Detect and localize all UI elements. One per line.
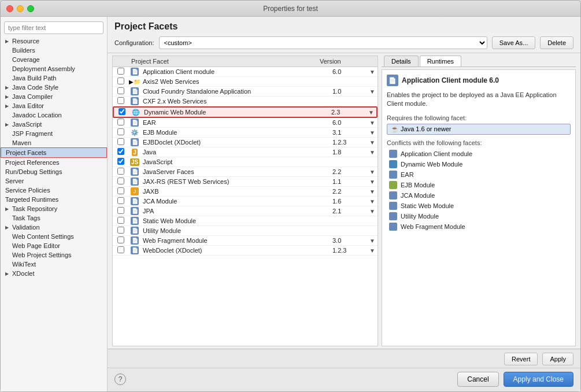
help-button[interactable]: ? (114, 373, 126, 385)
td-check[interactable] (113, 217, 129, 225)
row-checkbox[interactable] (117, 87, 124, 94)
sidebar-item-resource[interactable]: ▶ Resource (1, 36, 107, 46)
row-checkbox[interactable] (117, 207, 124, 214)
row-checkbox[interactable] (117, 227, 124, 234)
tab-runtimes[interactable]: Runtimes (420, 56, 461, 66)
sidebar-item-run-debug-settings[interactable]: Run/Debug Settings (1, 167, 107, 176)
table-row[interactable]: 📄 JavaServer Faces 2.2 ▼ (113, 167, 378, 177)
td-check[interactable] (113, 187, 129, 195)
td-check[interactable] (113, 168, 129, 176)
tab-details[interactable]: Details (384, 56, 419, 66)
filter-input[interactable] (4, 21, 103, 34)
row-checkbox[interactable] (117, 187, 124, 194)
config-select[interactable]: <custom> (159, 36, 487, 49)
td-check[interactable] (113, 138, 129, 146)
save-as-button[interactable]: Save As... (492, 36, 536, 49)
sidebar-item-web-page-editor[interactable]: Web Page Editor (1, 241, 107, 250)
table-row[interactable]: ▶📁 Axis2 Web Services (113, 77, 378, 87)
sidebar-item-java-build-path[interactable]: Java Build Path (1, 73, 107, 83)
sidebar-item-jsp-fragment[interactable]: JSP Fragment (1, 129, 107, 138)
sidebar-item-targeted-runtimes[interactable]: Targeted Runtimes (1, 195, 107, 204)
row-checkbox[interactable] (117, 177, 124, 184)
table-row-dynamic-web[interactable]: 🌐 Dynamic Web Module 2.3 ▼ (113, 106, 378, 118)
table-row[interactable]: 📄 EAR 6.0 ▼ (113, 118, 378, 128)
sidebar-item-web-content-settings[interactable]: Web Content Settings (1, 232, 107, 241)
dropdown-arrow-icon[interactable]: ▼ (367, 120, 378, 126)
td-check[interactable] (113, 177, 129, 186)
td-check[interactable] (114, 108, 130, 116)
td-check[interactable] (113, 236, 129, 245)
sidebar-item-coverage[interactable]: Coverage (1, 55, 107, 64)
row-checkbox[interactable] (117, 217, 124, 224)
table-row[interactable]: 📄 Web Fragment Module 3.0 ▼ (113, 236, 378, 246)
table-row[interactable]: 📄 JAX-RS (REST Web Services) 1.1 ▼ (113, 177, 378, 187)
table-row[interactable]: 📄 Cloud Foundry Standalone Application 1… (113, 87, 378, 97)
td-check[interactable] (113, 97, 129, 105)
table-row[interactable]: 📄 Static Web Module (113, 216, 378, 226)
row-checkbox[interactable] (117, 158, 124, 165)
sidebar-item-validation[interactable]: ▶ Validation (1, 223, 107, 232)
sidebar-item-project-facets[interactable]: Project Facets (1, 147, 107, 158)
sidebar-item-server[interactable]: Server (1, 176, 107, 186)
dropdown-arrow-icon[interactable]: ▼ (367, 169, 378, 175)
sidebar-item-javascript[interactable]: ▶ JavaScript (1, 120, 107, 129)
table-row[interactable]: 📄 WebDoclet (XDoclet) 1.2.3 ▼ (113, 246, 378, 256)
td-check[interactable] (113, 158, 129, 166)
sidebar-item-task-tags[interactable]: Task Tags (1, 213, 107, 223)
td-check[interactable] (113, 128, 129, 136)
table-row[interactable]: 📄 EJBDoclet (XDoclet) 1.2.3 ▼ (113, 138, 378, 147)
sidebar-item-builders[interactable]: Builders (1, 46, 107, 55)
td-check[interactable] (113, 77, 129, 86)
row-checkbox[interactable] (117, 77, 124, 84)
table-row[interactable]: 📄 Utility Module (113, 226, 378, 236)
table-row[interactable]: 📄 CXF 2.x Web Services (113, 97, 378, 106)
dropdown-arrow-icon[interactable]: ▼ (367, 198, 378, 205)
sidebar-item-wikitext[interactable]: WikiText (1, 260, 107, 269)
td-check[interactable] (113, 119, 129, 127)
table-row[interactable]: 📄 JCA Module 1.6 ▼ (113, 197, 378, 206)
revert-button[interactable]: Revert (504, 353, 538, 365)
sidebar-item-java-editor[interactable]: ▶ Java Editor (1, 101, 107, 110)
td-check[interactable] (113, 207, 129, 215)
table-row[interactable]: J JAXB 2.2 ▼ (113, 187, 378, 197)
row-checkbox[interactable] (117, 68, 124, 75)
row-checkbox[interactable] (117, 197, 124, 204)
sidebar-item-xdoclet[interactable]: ▶ XDoclet (1, 269, 107, 278)
sidebar-item-java-code-style[interactable]: ▶ Java Code Style (1, 83, 107, 92)
row-checkbox[interactable] (117, 128, 124, 135)
row-checkbox[interactable] (117, 246, 124, 253)
sidebar-item-project-references[interactable]: Project References (1, 158, 107, 167)
sidebar-item-service-policies[interactable]: Service Policies (1, 186, 107, 195)
sidebar-item-web-project-settings[interactable]: Web Project Settings (1, 250, 107, 260)
cancel-button[interactable]: Cancel (457, 372, 498, 387)
close-button[interactable] (6, 5, 13, 12)
dropdown-arrow-icon[interactable]: ▼ (367, 149, 378, 156)
maximize-button[interactable] (27, 5, 34, 12)
dropdown-arrow-icon[interactable]: ▼ (367, 88, 378, 95)
delete-button[interactable]: Delete (540, 36, 573, 49)
dropdown-arrow-icon[interactable]: ▼ (367, 179, 378, 185)
dropdown-arrow-icon[interactable]: ▼ (367, 208, 378, 215)
td-check[interactable] (113, 246, 129, 254)
table-row[interactable]: 📄 JPA 2.1 ▼ (113, 206, 378, 216)
sidebar-item-task-repository[interactable]: ▶ Task Repository (1, 204, 107, 213)
dropdown-arrow-icon[interactable]: ▼ (367, 69, 378, 75)
apply-close-button[interactable]: Apply and Close (504, 372, 573, 387)
dropdown-arrow-icon[interactable]: ▼ (367, 130, 378, 136)
minimize-button[interactable] (17, 5, 24, 12)
row-checkbox[interactable] (117, 168, 124, 175)
apply-button[interactable]: Apply (542, 353, 573, 365)
table-row[interactable]: JS JavaScript (113, 157, 378, 167)
dropdown-arrow-icon[interactable]: ▼ (367, 139, 378, 146)
dropdown-arrow-icon[interactable]: ▼ (367, 188, 378, 195)
sidebar-item-deployment-assembly[interactable]: Deployment Assembly (1, 64, 107, 73)
sidebar-item-maven[interactable]: Maven (1, 138, 107, 147)
sidebar-item-javadoc-location[interactable]: Javadoc Location (1, 110, 107, 120)
td-check[interactable] (113, 148, 129, 156)
row-checkbox[interactable] (117, 97, 124, 104)
td-check[interactable] (113, 68, 129, 76)
row-checkbox[interactable] (117, 119, 124, 125)
sidebar-item-java-compiler[interactable]: ▶ Java Compiler (1, 92, 107, 101)
row-checkbox[interactable] (117, 138, 124, 145)
row-checkbox[interactable] (119, 108, 125, 115)
